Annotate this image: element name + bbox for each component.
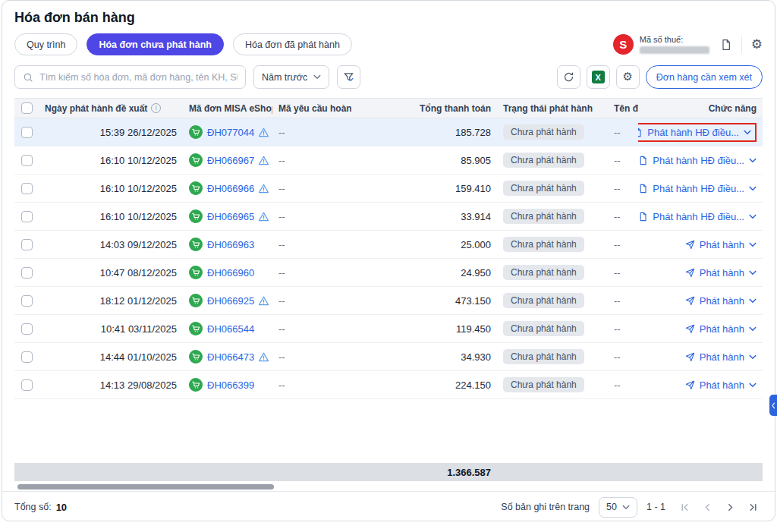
side-panel-toggle[interactable]: [769, 395, 777, 416]
chevron-down-icon: [749, 186, 757, 191]
order-code-link[interactable]: ĐH066925: [207, 295, 254, 307]
tab-process[interactable]: Quy trình: [14, 33, 77, 55]
row-action-button[interactable]: Phát hành HĐ điều...: [638, 211, 757, 222]
warning-icon[interactable]: [258, 211, 269, 222]
row-action-button[interactable]: Phát hành: [685, 239, 757, 250]
per-page-label: Số bản ghi trên trang: [501, 502, 590, 512]
row-action-button[interactable]: Phát hành HĐ điều...: [638, 183, 757, 194]
column-header-total[interactable]: Tổng thanh toán: [351, 103, 497, 114]
search-input[interactable]: [39, 72, 238, 83]
table-row[interactable]: 16:10 10/12/2025ĐH066965--33.914Chưa phá…: [14, 203, 763, 231]
warning-icon[interactable]: [258, 155, 269, 166]
per-page-select[interactable]: 50: [599, 497, 637, 518]
table-row[interactable]: 10:41 03/11/2025ĐH066544--119.450Chưa ph…: [14, 315, 763, 343]
paper-plane-icon: [685, 380, 695, 390]
sales-invoice-page: Hóa đơn bán hàng Quy trình Hóa đơn chưa …: [2, 0, 775, 521]
order-code-link[interactable]: ĐH066399: [207, 379, 254, 391]
chevron-down-icon: [749, 214, 757, 219]
row-checkbox[interactable]: [21, 295, 33, 307]
cell-order-code: ĐH066967: [183, 153, 272, 167]
tab-issued-invoices[interactable]: Hóa đơn đã phát hành: [233, 33, 352, 55]
row-action-button[interactable]: Phát hành: [685, 267, 757, 279]
select-all-checkbox[interactable]: [21, 102, 33, 114]
row-checkbox[interactable]: [21, 183, 33, 194]
table-settings-button[interactable]: ⚙: [616, 65, 640, 89]
last-page-button[interactable]: [743, 497, 763, 517]
first-page-button[interactable]: [675, 497, 694, 517]
order-code-link[interactable]: ĐH066967: [207, 155, 254, 166]
gear-icon[interactable]: ⚙: [751, 38, 763, 51]
table-row[interactable]: 16:10 10/12/2025ĐH066967--85.905Chưa phá…: [14, 146, 763, 175]
next-page-button[interactable]: [720, 497, 740, 517]
row-checkbox[interactable]: [21, 211, 33, 222]
order-code-link[interactable]: ĐH066473: [207, 351, 254, 363]
row-action-button[interactable]: Phát hành: [685, 351, 757, 363]
cell-issue-status: Chưa phát hành: [497, 321, 608, 336]
column-header-order-code[interactable]: Mã đơn MISA eShop: [183, 103, 272, 114]
table-body: 15:39 26/12/2025ĐH077044--185.728Chưa ph…: [14, 118, 763, 399]
row-checkbox[interactable]: [21, 127, 33, 138]
cell-total-payment: 473.150: [351, 295, 497, 307]
prev-page-button[interactable]: [697, 497, 717, 517]
row-action-label: Phát hành: [700, 323, 744, 335]
horizontal-scrollbar-thumb[interactable]: [17, 484, 274, 490]
filter-button[interactable]: [337, 65, 360, 89]
order-code-link[interactable]: ĐH066544: [207, 323, 254, 335]
column-header-status[interactable]: Trạng thái phát hành: [497, 103, 608, 114]
table-row[interactable]: 16:10 10/12/2025ĐH066966--159.410Chưa ph…: [14, 175, 763, 203]
column-header-unit-name[interactable]: Tên đ: [608, 103, 638, 114]
row-action-button[interactable]: Phát hành: [685, 379, 757, 391]
row-checkbox[interactable]: [21, 379, 33, 391]
info-icon[interactable]: i: [151, 103, 161, 113]
warning-icon[interactable]: [258, 127, 269, 138]
order-code-link[interactable]: ĐH066966: [207, 183, 254, 194]
row-checkbox[interactable]: [21, 323, 33, 335]
row-action-button[interactable]: Phát hành HĐ điều...: [638, 123, 757, 142]
row-action-button[interactable]: Phát hành HĐ điều...: [638, 155, 757, 166]
refresh-button[interactable]: [557, 65, 580, 89]
orders-review-button[interactable]: Đơn hàng cần xem xét: [646, 65, 763, 89]
cell-proposed-date: 16:10 10/12/2025: [39, 211, 183, 222]
row-checkbox[interactable]: [21, 351, 33, 363]
cell-proposed-date: 14:44 01/10/2025: [39, 351, 183, 363]
row-action-button[interactable]: Phát hành: [685, 295, 757, 307]
export-excel-button[interactable]: X: [587, 65, 610, 89]
row-checkbox-cell: [14, 351, 39, 363]
warning-icon[interactable]: [258, 183, 269, 194]
row-checkbox[interactable]: [21, 155, 33, 166]
tab-unissued-invoices[interactable]: Hóa đơn chưa phát hành: [87, 33, 224, 55]
order-code-link[interactable]: ĐH077044: [207, 127, 254, 138]
row-action-label: Phát hành HĐ điều...: [653, 211, 744, 222]
cell-order-code: ĐH066963: [183, 238, 272, 251]
order-code-link[interactable]: ĐH066963: [207, 239, 254, 250]
row-action-button[interactable]: Phát hành: [685, 323, 757, 335]
cell-proposed-date: 10:47 08/12/2025: [39, 267, 183, 279]
order-code-link[interactable]: ĐH066965: [207, 211, 254, 222]
cell-order-code: ĐH066473: [183, 350, 272, 364]
company-avatar[interactable]: S: [613, 34, 634, 55]
table-row[interactable]: 14:44 01/10/2025ĐH066473--34.930Chưa phá…: [14, 343, 763, 371]
table-row[interactable]: 14:13 29/08/2025ĐH066399--224.150Chưa ph…: [14, 371, 763, 399]
order-code-link[interactable]: ĐH066960: [207, 267, 254, 279]
row-action-label: Phát hành HĐ điều...: [653, 183, 744, 194]
table-row[interactable]: 14:03 09/12/2025ĐH066963--25.000Chưa phá…: [14, 231, 763, 259]
table-row[interactable]: 15:39 26/12/2025ĐH077044--185.728Chưa ph…: [14, 118, 763, 146]
chevron-down-icon: [749, 242, 757, 247]
warning-icon[interactable]: [258, 351, 269, 363]
cell-unit-name: --: [608, 183, 638, 194]
status-badge: Chưa phát hành: [503, 237, 584, 252]
row-checkbox[interactable]: [21, 239, 33, 250]
warning-icon[interactable]: [258, 295, 269, 307]
table-row[interactable]: 18:12 01/12/2025ĐH066925--473.150Chưa ph…: [14, 287, 763, 315]
column-header-refund-code[interactable]: Mã yêu cầu hoàn: [272, 103, 351, 114]
table-row[interactable]: 10:47 08/12/2025ĐH066960--24.950Chưa phá…: [14, 259, 763, 287]
row-checkbox[interactable]: [21, 267, 33, 279]
row-action-label: Phát hành HĐ điều...: [647, 127, 739, 138]
column-header-function[interactable]: Chức năng: [638, 103, 763, 114]
column-header-proposed-date[interactable]: Ngày phát hành đề xuất i: [39, 103, 183, 114]
year-filter-select[interactable]: Năm trước: [253, 65, 329, 89]
cell-refund-code: --: [272, 127, 351, 138]
document-icon[interactable]: [720, 39, 732, 51]
cell-unit-name: --: [608, 379, 638, 391]
search-box[interactable]: [14, 65, 246, 89]
